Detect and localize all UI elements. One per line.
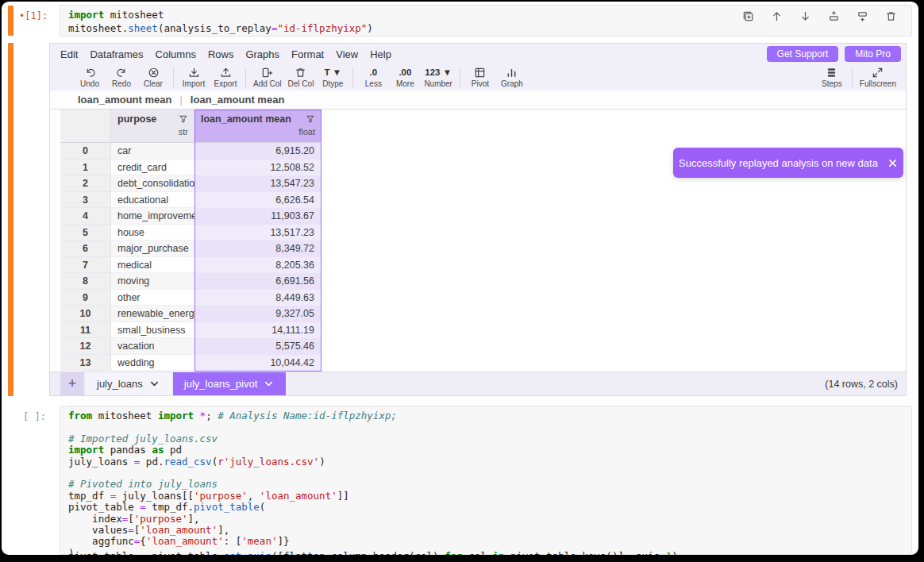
row-index-cell[interactable]: 1 xyxy=(60,160,111,176)
toolbar-pivot-button[interactable]: Pivot xyxy=(464,64,496,90)
sheet-tab-july-loans[interactable]: july_loans xyxy=(86,372,171,395)
filter-icon xyxy=(306,114,315,124)
column-header-purpose[interactable]: purpose str xyxy=(111,110,194,143)
value-cell[interactable]: 6,626.54 xyxy=(194,192,321,209)
value-cell[interactable]: 12,508.52 xyxy=(194,160,321,176)
column-header-loan-amount-mean[interactable]: loan_amount mean float xyxy=(194,110,321,143)
cell2-code-area[interactable]: from mitosheet import *; # Analysis Name… xyxy=(60,406,912,555)
purpose-cell[interactable]: moving xyxy=(111,273,194,290)
toolbar-number-button[interactable]: 123 ▼Number xyxy=(421,64,456,90)
toolbar-export-button[interactable]: Export xyxy=(210,64,241,90)
row-index-cell[interactable]: 3 xyxy=(60,192,111,209)
undo-icon xyxy=(84,67,96,79)
purpose-cell[interactable]: wedding xyxy=(111,355,194,371)
purpose-cell[interactable]: major_purchase xyxy=(111,241,194,257)
code-line: index=['purpose'], xyxy=(68,514,903,525)
toolbar-less-button[interactable]: .0Less xyxy=(357,64,389,90)
row-index-cell[interactable]: 7 xyxy=(60,257,111,274)
purpose-cell[interactable]: vacation xyxy=(111,338,194,355)
value-cell[interactable]: 13,547.23 xyxy=(194,175,321,192)
purpose-cell[interactable]: renewable_energy xyxy=(111,306,194,322)
clear-icon xyxy=(148,67,160,79)
menu-format[interactable]: Format xyxy=(291,48,324,60)
sheet-tab-july-loans-pivot[interactable]: july_loans_pivot xyxy=(173,372,287,395)
row-index-cell[interactable]: 13 xyxy=(60,355,111,371)
menu-columns[interactable]: Columns xyxy=(156,48,196,60)
toolbar-dtype-label: Dtype xyxy=(322,79,343,88)
toolbar-del-col-button[interactable]: Del Col xyxy=(285,64,318,90)
menu-rows[interactable]: Rows xyxy=(208,48,234,60)
row-index-cell[interactable]: 10 xyxy=(60,306,111,322)
value-cell[interactable]: 11,903.67 xyxy=(194,208,321,225)
row-index-cell[interactable]: 0 xyxy=(60,143,111,160)
toast-notification: Successfully replayed analysis on new da… xyxy=(673,148,903,178)
steps-icon xyxy=(826,67,837,79)
purpose-cell[interactable]: car xyxy=(111,143,194,160)
get-support-button[interactable]: Get Support xyxy=(767,46,839,62)
purpose-cell[interactable]: small_business xyxy=(111,322,194,339)
toolbar-redo-button[interactable]: Redo xyxy=(106,64,137,90)
toolbar-fullscreen-button[interactable]: Fullscreen xyxy=(857,64,899,90)
row-index-cell[interactable]: 5 xyxy=(60,225,111,241)
toolbar-steps-button[interactable]: Steps xyxy=(816,64,848,90)
value-cell[interactable]: 6,691.56 xyxy=(194,273,321,290)
row-index-cell[interactable]: 12 xyxy=(60,338,111,355)
insert-above-button[interactable] xyxy=(828,10,840,22)
purpose-cell[interactable]: home_improvement xyxy=(111,208,194,225)
mito-toolbar: UndoRedoClearImportExportAdd ColDel ColT… xyxy=(50,64,906,90)
close-icon[interactable] xyxy=(887,158,898,168)
row-index-cell[interactable]: 4 xyxy=(60,208,111,225)
purpose-cell[interactable]: debt_consolidation xyxy=(111,175,194,192)
duplicate-button[interactable] xyxy=(742,10,754,22)
toolbar-import-button[interactable]: Import xyxy=(178,64,210,90)
value-cell[interactable]: 14,111.19 xyxy=(194,322,321,339)
toolbar-more-button[interactable]: .00More xyxy=(389,64,421,90)
row-index-cell[interactable]: 11 xyxy=(60,322,111,339)
purpose-cell[interactable]: other xyxy=(111,290,194,306)
table-header-row: purpose str loan_amount mean float xyxy=(60,110,906,143)
menu-dataframes[interactable]: Dataframes xyxy=(90,48,143,60)
toolbar-divider xyxy=(173,67,174,88)
trash-button[interactable] xyxy=(885,10,897,22)
menu-graphs[interactable]: Graphs xyxy=(245,48,279,60)
code-line: # Pivoted into july_loans xyxy=(68,479,903,490)
menu-edit[interactable]: Edit xyxy=(60,48,78,60)
cell1-code-area[interactable]: import mitosheetmitosheet.sheet(analysis… xyxy=(60,5,912,37)
table-row: 6 major_purchase 8,349.72 xyxy=(60,241,906,257)
move-up-button[interactable] xyxy=(771,10,783,22)
sheet-dimensions: (14 rows, 2 cols) xyxy=(825,372,906,395)
toolbar-add-col-button[interactable]: Add Col xyxy=(250,64,285,90)
value-cell[interactable]: 5,575.46 xyxy=(194,338,321,355)
toolbar-graph-button[interactable]: Graph xyxy=(496,64,528,90)
purpose-cell[interactable]: house xyxy=(111,225,194,241)
row-index-cell[interactable]: 9 xyxy=(60,290,111,306)
menu-view[interactable]: View xyxy=(336,48,358,60)
menu-help[interactable]: Help xyxy=(370,48,391,60)
value-cell[interactable]: 6,915.20 xyxy=(194,143,321,160)
row-index-cell[interactable]: 2 xyxy=(60,175,111,192)
value-cell[interactable]: 9,327.05 xyxy=(194,306,321,322)
add-sheet-button[interactable]: + xyxy=(60,372,84,395)
table-row: 10 renewable_energy 9,327.05 xyxy=(60,306,906,322)
value-cell[interactable]: 8,349.72 xyxy=(194,241,321,257)
value-cell[interactable]: 13,517.23 xyxy=(194,225,321,241)
toolbar-clear-button[interactable]: Clear xyxy=(137,64,169,90)
value-cell[interactable]: 8,449.63 xyxy=(194,290,321,306)
purpose-cell[interactable]: educational xyxy=(111,192,194,209)
toolbar-dtype-button[interactable]: T ▼Dtype xyxy=(317,64,348,90)
formula-bar: loan_amount mean | loan_amount mean xyxy=(50,90,906,110)
move-down-button[interactable] xyxy=(799,10,811,22)
purpose-cell[interactable]: medical xyxy=(111,257,194,274)
column-name: loan_amount mean xyxy=(201,114,291,125)
purpose-cell[interactable]: credit_card xyxy=(111,160,194,176)
row-index-cell[interactable]: 8 xyxy=(60,273,111,290)
mito-pro-button[interactable]: Mito Pro xyxy=(845,46,901,62)
toolbar-import-label: Import xyxy=(183,79,205,88)
insert-below-button[interactable] xyxy=(857,10,868,22)
value-cell[interactable]: 8,205.36 xyxy=(194,257,321,274)
value-cell[interactable]: 10,044.42 xyxy=(194,355,321,371)
toolbar-undo-button[interactable]: Undo xyxy=(74,64,106,90)
row-index-cell[interactable]: 6 xyxy=(60,241,111,257)
index-header-cell[interactable] xyxy=(60,110,111,143)
table-row: 2 debt_consolidation 13,547.23 xyxy=(60,175,906,192)
